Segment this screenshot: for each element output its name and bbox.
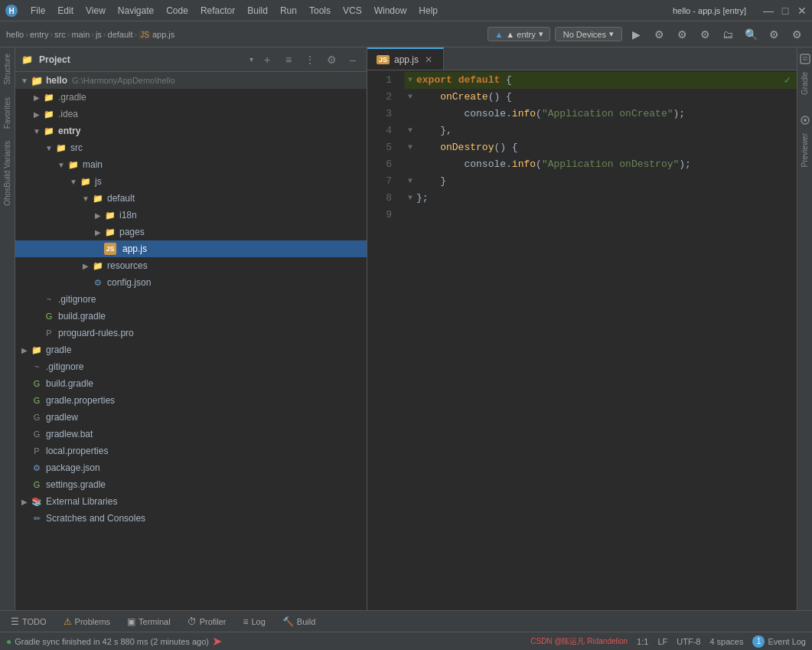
devices-dropdown[interactable]: No Devices ▾	[555, 27, 622, 41]
tree-item-settingsgradle[interactable]: ▶ G settings.gradle	[15, 476, 367, 493]
tree-item-idea[interactable]: ▶ 📁 .idea	[15, 106, 367, 122]
tree-label-gradlew: gradlew	[46, 412, 78, 423]
close-button[interactable]: ✕	[797, 5, 807, 16]
breadcrumb-appjs[interactable]: JSapp.js	[139, 30, 174, 39]
search-everywhere-button[interactable]: 🔍	[742, 25, 760, 44]
entry-dropdown[interactable]: ▲ ▲ entry ▾	[488, 27, 549, 41]
tree-item-i18n[interactable]: ▶ 📁 i18n	[15, 207, 367, 224]
tree-item-config[interactable]: ▶ ⚙ config.json	[15, 274, 367, 291]
code-content[interactable]: ▼ export default { ✓ ▼ onCreate() { ▼ co…	[398, 70, 797, 610]
fold-1[interactable]: ▼	[404, 74, 416, 87]
build-icon: 🔨	[282, 616, 294, 627]
sidebar-add-btn[interactable]: +	[259, 52, 275, 67]
tree-item-gradlew[interactable]: ▶ G gradlew	[15, 409, 367, 426]
tree-item-js[interactable]: ▼ 📁 js	[15, 173, 367, 190]
tree-item-src[interactable]: ▼ 📁 src	[15, 139, 367, 156]
breadcrumb-js[interactable]: js	[96, 30, 102, 39]
menu-vcs[interactable]: VCS	[337, 4, 368, 18]
tree-item-gradle-hidden[interactable]: ▶ 📁 .gradle	[15, 89, 367, 106]
tree-item-buildgradle-entry[interactable]: ▶ G build.gradle	[15, 308, 367, 325]
tab-todo[interactable]: ☰ TODO	[3, 615, 54, 629]
attach-button[interactable]: ⚙	[673, 25, 691, 44]
sidebar-minimize-btn[interactable]: –	[345, 52, 360, 67]
menu-file[interactable]: File	[24, 4, 51, 18]
status-position[interactable]: 1:1	[637, 637, 648, 646]
svg-rect-2	[801, 54, 810, 64]
tree-item-entry[interactable]: ▼ 📁 entry	[15, 122, 367, 139]
menu-help[interactable]: Help	[413, 4, 444, 18]
menu-refactor[interactable]: Refactor	[194, 4, 241, 18]
menu-code[interactable]: Code	[160, 4, 194, 18]
tab-appjs[interactable]: JS app.js ✕	[367, 47, 444, 70]
menu-edit[interactable]: Edit	[51, 4, 80, 18]
sidebar-collapse-btn[interactable]: ≡	[281, 52, 296, 67]
breadcrumb-src[interactable]: src	[54, 30, 66, 39]
fold-8[interactable]: ▼	[404, 192, 416, 204]
gradle-label[interactable]: Gradle	[799, 69, 810, 98]
log-icon: ≡	[243, 616, 248, 627]
tree-item-resources[interactable]: ▶ 📁 resources	[15, 257, 367, 274]
status-lineending[interactable]: LF	[657, 637, 667, 646]
breadcrumb-main[interactable]: main	[71, 30, 90, 39]
tree-item-main[interactable]: ▼ 📁 main	[15, 156, 367, 173]
fold-2[interactable]: ▼	[404, 91, 416, 103]
sidebar-more-btn[interactable]: ⋮	[302, 52, 318, 67]
tree-item-proguard[interactable]: ▶ P proguard-rules.pro	[15, 325, 367, 341]
maximize-button[interactable]: □	[780, 5, 791, 16]
previewer-label[interactable]: Previewer	[799, 130, 810, 170]
tree-item-gradleprops[interactable]: ▶ G gradle.properties	[15, 392, 367, 409]
breadcrumb-hello[interactable]: hello	[6, 30, 24, 39]
gradle-panel-icon[interactable]	[798, 52, 812, 66]
minimize-button[interactable]: —	[763, 5, 774, 16]
breadcrumb-default[interactable]: default	[108, 30, 133, 39]
fold-7[interactable]: ▼	[404, 175, 416, 188]
status-encoding[interactable]: UTF-8	[677, 637, 700, 646]
project-button[interactable]: 🗂	[719, 25, 737, 44]
tab-appjs-close[interactable]: ✕	[423, 54, 434, 65]
tab-log[interactable]: ≡ Log	[235, 615, 272, 629]
sidebar-settings-btn[interactable]: ⚙	[324, 52, 339, 67]
ohos-variants-label[interactable]: OhosBuild Variants	[1, 135, 14, 212]
tree-item-hello[interactable]: ▼ 📁 hello G:\HarmonyAppDemo\hello	[15, 72, 367, 89]
fold-5[interactable]: ▼	[404, 142, 416, 154]
tree-item-scratches[interactable]: ▶ ✏ Scratches and Consoles	[15, 510, 367, 527]
tree-item-extlibs[interactable]: ▶ 📚 External Libraries	[15, 493, 367, 510]
tab-build[interactable]: 🔨 Build	[275, 615, 323, 629]
fold-4[interactable]: ▼	[404, 125, 416, 137]
menu-build[interactable]: Build	[241, 4, 274, 18]
debug-button[interactable]: ⚙	[650, 25, 668, 44]
sidebar-folder-icon: 📁	[21, 54, 33, 65]
tree-item-buildgradle-root[interactable]: ▶ G build.gradle	[15, 375, 367, 392]
tab-profiler[interactable]: ⏱ Profiler	[180, 615, 234, 629]
tree-item-localprops[interactable]: ▶ P local.properties	[15, 443, 367, 459]
structure-label[interactable]: Structure	[1, 47, 14, 91]
tab-problems[interactable]: ⚠ Problems	[56, 615, 118, 629]
tab-terminal[interactable]: ▣ Terminal	[119, 615, 178, 629]
tree-item-gradle-folder[interactable]: ▶ 📁 gradle	[15, 341, 367, 358]
no-devices-label: No Devices	[563, 30, 606, 39]
tree-item-gitignore-root[interactable]: ▶ ~ .gitignore	[15, 358, 367, 375]
run-button[interactable]: ▶	[627, 25, 645, 44]
tree-item-packagejson[interactable]: ▶ ⚙ package.json	[15, 459, 367, 476]
profile-button[interactable]: ⚙	[696, 25, 714, 44]
favorites-label[interactable]: Favorites	[1, 91, 14, 135]
event-log[interactable]: 1 Event Log	[752, 635, 806, 648]
notifications-button[interactable]: ⚙	[788, 25, 806, 44]
tree-item-default[interactable]: ▼ 📁 default	[15, 190, 367, 207]
event-count-badge: 1	[752, 635, 765, 648]
menu-run[interactable]: Run	[274, 4, 303, 18]
tree-item-pages[interactable]: ▶ 📁 pages	[15, 224, 367, 240]
tree-item-gitignore-entry[interactable]: ▶ ~ .gitignore	[15, 291, 367, 308]
menu-window[interactable]: Window	[368, 4, 413, 18]
tree-item-gradlewbat[interactable]: ▶ G gradlew.bat	[15, 426, 367, 443]
tree-item-appjs[interactable]: ▶ JS app.js	[15, 240, 367, 257]
previewer-panel-icon[interactable]	[798, 113, 812, 127]
menu-navigate[interactable]: Navigate	[112, 4, 160, 18]
settings-button[interactable]: ⚙	[765, 25, 783, 44]
menu-tools[interactable]: Tools	[303, 4, 337, 18]
tree-label-i18n: i18n	[119, 210, 137, 220]
profiler-icon: ⏱	[188, 616, 197, 627]
status-indent[interactable]: 4 spaces	[709, 637, 743, 646]
menu-view[interactable]: View	[80, 4, 112, 18]
breadcrumb-entry[interactable]: entry	[30, 30, 48, 39]
